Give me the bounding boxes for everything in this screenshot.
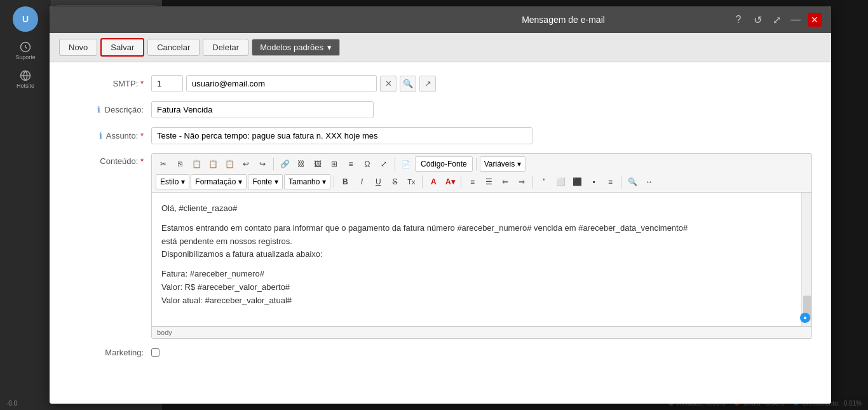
smtp-label: SMTP: * xyxy=(69,79,151,88)
descricao-field xyxy=(151,101,812,118)
variables-dropdown[interactable]: Variáveis ▾ xyxy=(480,156,526,172)
smtp-open-button[interactable]: ↗ xyxy=(419,76,436,92)
info-icon-assunto: ℹ xyxy=(99,131,102,140)
separator3 xyxy=(476,158,477,170)
align-button[interactable]: ≡ xyxy=(343,156,358,172)
descricao-label: ℹ Descrição: xyxy=(69,105,151,114)
separator4 xyxy=(334,175,334,188)
table-button[interactable]: ⊞ xyxy=(327,156,342,172)
format-dropdown[interactable]: Formatação ▾ xyxy=(191,174,247,189)
ordered-list-button[interactable]: ≡ xyxy=(465,174,480,189)
modal-toolbar: Novo Salvar Cancelar Deletar Modelos pad… xyxy=(50,33,831,62)
editor-body-wrapper: Olá, #cliente_razao# Estamos entrando em… xyxy=(152,193,811,326)
outdent-button[interactable]: ⇐ xyxy=(498,174,513,189)
close-icon[interactable]: ✕ xyxy=(808,13,822,27)
assunto-field xyxy=(151,127,812,144)
paste-text-button[interactable]: 📋 xyxy=(205,156,220,172)
status-value: -0.0 xyxy=(6,400,17,407)
smtp-number-input[interactable] xyxy=(151,75,183,92)
assunto-input[interactable] xyxy=(151,127,532,144)
sidebar-item-suporte[interactable]: Suporte xyxy=(10,38,41,64)
bold-button[interactable]: B xyxy=(337,174,353,189)
unordered-list-button[interactable]: ☰ xyxy=(481,174,496,189)
smtp-email-input[interactable] xyxy=(186,75,377,92)
find-button[interactable]: 🔍 xyxy=(625,174,640,189)
cancelar-button[interactable]: Cancelar xyxy=(147,39,200,56)
history-icon[interactable]: ↺ xyxy=(750,13,764,27)
content-line-3: Fatura: #areceber_numero#Valor: R$ #arec… xyxy=(161,268,796,307)
editor-toolbar-row2: Estilo ▾ Formatação ▾ Fonte ▾ xyxy=(156,174,808,189)
smtp-search-button[interactable]: 🔍 xyxy=(400,76,416,92)
scroll-indicator: ● xyxy=(800,313,810,323)
replace-button[interactable]: ↔ xyxy=(641,174,656,189)
modal-body: SMTP: * ✕ 🔍 ↗ ℹ Descrição: ℹ xyxy=(50,62,831,404)
cut-button[interactable]: ✂ xyxy=(156,156,171,172)
link-button[interactable]: 🔗 xyxy=(277,156,292,172)
info-icon-descricao: ℹ xyxy=(97,105,100,114)
editor: ✂ ⎘ 📋 📋 📋 ↩ ↪ 🔗 ⛓ 🖼 ⊞ ≡ xyxy=(151,153,812,339)
smtp-field: ✕ 🔍 ↗ xyxy=(151,75,812,92)
font-dropdown[interactable]: Fonte ▾ xyxy=(248,174,283,189)
deletar-button[interactable]: Deletar xyxy=(203,39,248,56)
indent-button[interactable]: ⇒ xyxy=(514,174,529,189)
editor-toolbar: ✂ ⎘ 📋 📋 📋 ↩ ↪ 🔗 ⛓ 🖼 ⊞ ≡ xyxy=(152,154,811,193)
format-chevron-icon: ▾ xyxy=(238,177,242,186)
font-color-button[interactable]: A xyxy=(426,174,441,189)
italic-button[interactable]: I xyxy=(354,174,369,189)
help-icon[interactable]: ? xyxy=(731,13,745,27)
image-button[interactable]: 🖼 xyxy=(310,156,325,172)
conteudo-row: Conteúdo: * ✂ ⎘ 📋 📋 📋 ↩ ↪ xyxy=(69,153,812,339)
separator2 xyxy=(395,158,395,170)
modelos-button[interactable]: Modelos padrões ▾ xyxy=(252,39,340,56)
content-line-1: Olá, #cliente_razao# xyxy=(161,202,796,215)
novo-button[interactable]: Novo xyxy=(59,39,97,56)
smtp-row: SMTP: * ✕ 🔍 ↗ xyxy=(69,75,812,92)
undo-button[interactable]: ↩ xyxy=(238,156,254,172)
align-right-button[interactable]: ▪ xyxy=(586,174,601,189)
font-chevron-icon: ▾ xyxy=(275,177,278,186)
marketing-field xyxy=(151,348,812,357)
editor-scrollbar[interactable]: ● xyxy=(801,193,811,326)
content-line-2: Estamos entrando em contato para informa… xyxy=(161,222,796,261)
strikethrough-button[interactable]: S xyxy=(387,174,402,189)
source-icon: 📄 xyxy=(398,156,414,172)
clear-format-button[interactable]: Tx xyxy=(403,174,419,189)
salvar-button[interactable]: Salvar xyxy=(100,38,144,57)
unlink-button[interactable]: ⛓ xyxy=(294,156,309,172)
editor-status-bar: body xyxy=(152,326,811,338)
size-dropdown[interactable]: Tamanho ▾ xyxy=(284,174,330,189)
blockquote-button[interactable]: " xyxy=(536,174,552,189)
marketing-label: Marketing: xyxy=(69,348,151,357)
marketing-checkbox[interactable] xyxy=(151,348,159,357)
smtp-clear-button[interactable]: ✕ xyxy=(380,76,397,92)
sidebar: U Suporte Hotsite xyxy=(0,0,51,410)
justify-button[interactable]: ≡ xyxy=(602,174,618,189)
bg-color-button[interactable]: A▾ xyxy=(442,174,458,189)
align-center-button[interactable]: ⬛ xyxy=(569,174,585,189)
minimize-icon[interactable]: — xyxy=(789,13,803,27)
assunto-row: ℹ Assunto: * xyxy=(69,127,812,144)
paste-word-button[interactable]: 📋 xyxy=(222,156,237,172)
copy-button[interactable]: ⎘ xyxy=(172,156,187,172)
resize-button[interactable]: ⤢ xyxy=(376,156,391,172)
modal-header: Mensagem de e-mail ? ↺ ⤢ — ✕ xyxy=(50,6,831,33)
special-char-button[interactable]: Ω xyxy=(360,156,375,172)
style-chevron-icon: ▾ xyxy=(181,177,185,186)
sidebar-item-hotsite[interactable]: Hotsite xyxy=(10,67,41,92)
separator7 xyxy=(532,175,533,188)
underline-button[interactable]: U xyxy=(370,174,386,189)
descricao-input[interactable] xyxy=(151,101,374,118)
style-dropdown[interactable]: Estilo ▾ xyxy=(156,174,189,189)
source-button[interactable]: Código-Fonte xyxy=(415,156,473,172)
align-left-button[interactable]: ⬜ xyxy=(553,174,568,189)
expand-icon[interactable]: ⤢ xyxy=(770,13,783,27)
avatar: U xyxy=(13,6,38,32)
email-modal: Mensagem de e-mail ? ↺ ⤢ — ✕ Novo Salvar… xyxy=(50,6,831,404)
separator6 xyxy=(461,175,461,188)
paste-button[interactable]: 📋 xyxy=(189,156,204,172)
modal-header-icons: ? ↺ ⤢ — ✕ xyxy=(731,13,822,27)
marketing-row: Marketing: xyxy=(69,348,812,357)
editor-content[interactable]: Olá, #cliente_razao# Estamos entrando em… xyxy=(152,193,811,326)
variables-chevron-icon: ▾ xyxy=(517,160,521,168)
redo-button[interactable]: ↪ xyxy=(255,156,270,172)
